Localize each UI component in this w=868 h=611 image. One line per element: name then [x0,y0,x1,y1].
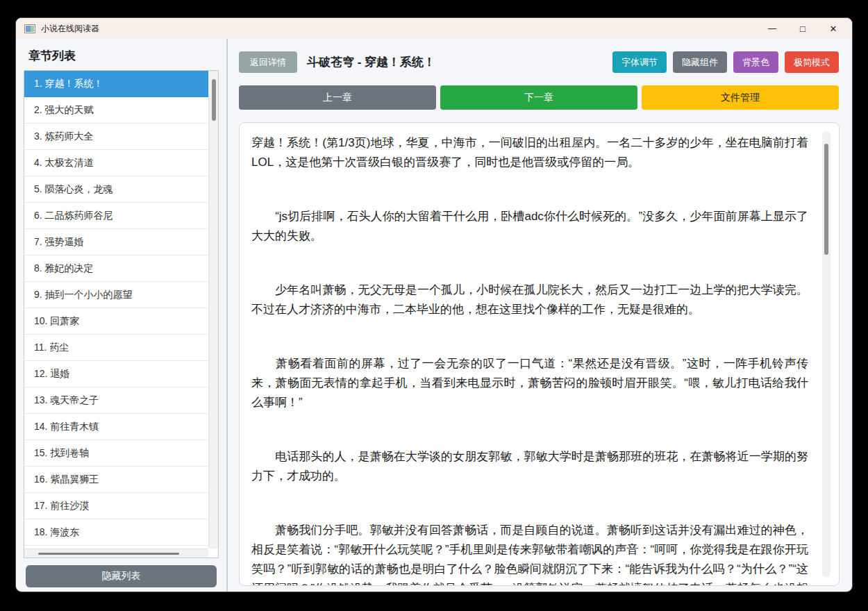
chapter-item[interactable]: 1. 穿越！系统！ [24,71,208,97]
reader-text: 穿越！系统！(第1/3页)地球，华夏，中海市，一间破旧的出租屋内。一名二十多岁的… [240,123,839,585]
reader-main: 返回详情 斗破苍穹 - 穿越！系统！ 字体调节隐藏组件背景色极简模式 上一章下一… [228,39,852,592]
font-adjust-button[interactable]: 字体调节 [612,51,667,73]
reading-panel: 穿越！系统！(第1/3页)地球，华夏，中海市，一间破旧的出租屋内。一名二十多岁的… [239,122,840,586]
background-color-button[interactable]: 背景色 [733,51,778,73]
chapter-item[interactable]: 4. 太极玄清道 [24,150,208,176]
horizontal-scrollbar-thumb[interactable] [38,553,179,555]
reader-scrollbar-thumb[interactable] [824,144,828,255]
prev-chapter-button[interactable]: 上一章 [239,85,436,110]
novel-paragraph: 穿越！系统！(第1/3页)地球，华夏，中海市，一间破旧的出租屋内。一名二十多岁的… [251,133,808,172]
novel-paragraph: 电话那头的人，是萧畅在大学谈的女朋友郭敏，郭敏大学时是萧畅那班的班花，在萧畅将近… [251,447,808,486]
app-window: 小说在线阅读器 — □ ✕ 章节列表 1. 穿越！系统！2. 强大的天赋3. 炼… [15,17,853,592]
novel-paragraph: 萧畅看着面前的屏幕，过了一会无奈的叹了一口气道：“果然还是没有晋级。”这时，一阵… [251,354,808,412]
book-chapter-title: 斗破苍穹 - 穿越！系统！ [307,54,612,70]
chapter-item[interactable]: 12. 退婚 [24,361,208,387]
chapter-list-title: 章节列表 [28,48,76,64]
chapter-item[interactable]: 8. 雅妃的决定 [24,256,208,282]
minimal-mode-button[interactable]: 极简模式 [785,51,839,73]
chapter-item[interactable]: 17. 前往沙漠 [24,493,208,519]
title-bar[interactable]: 小说在线阅读器 — □ ✕ [16,18,852,39]
chapter-item[interactable]: 16. 紫晶翼狮王 [24,467,208,493]
chapter-item[interactable]: 15. 找到卷轴 [24,440,208,467]
chapter-item[interactable]: 7. 强势逼婚 [24,229,208,256]
reader-scrollbar[interactable] [822,131,831,577]
chapter-item[interactable]: 6. 二品炼药师谷尼 [24,203,208,229]
chapter-item[interactable]: 5. 陨落心炎，龙魂 [24,176,208,203]
chapter-item[interactable]: 10. 回萧家 [24,308,208,335]
chapter-item[interactable]: 9. 抽到一个小小的愿望 [24,282,208,308]
vertical-scrollbar-thumb[interactable] [212,79,216,121]
chapter-list: 1. 穿越！系统！2. 强大的天赋3. 炼药师大全4. 太极玄清道5. 陨落心炎… [24,71,208,549]
back-to-details-button[interactable]: 返回详情 [239,51,297,73]
window-title: 小说在线阅读器 [41,23,762,35]
close-icon[interactable]: ✕ [823,24,844,34]
file-manager-button[interactable]: 文件管理 [642,85,839,110]
chapter-item[interactable]: 18. 海波东 [24,519,208,546]
chapter-item[interactable]: 14. 前往青木镇 [24,414,208,440]
chapter-list-vertical-scrollbar[interactable] [208,71,218,549]
novel-paragraph: 萧畅我们分手吧。郭敏并没有回答萧畅话，而是自顾自的说道。萧畅听到这话并没有漏出难… [251,521,808,585]
chapter-nav-row: 上一章下一章文件管理 [239,85,839,110]
chapter-item[interactable]: 3. 炼药师大全 [24,124,208,150]
next-chapter-button[interactable]: 下一章 [440,85,637,110]
app-icon [24,24,35,33]
minimize-icon[interactable]: — [762,24,783,33]
reader-header: 返回详情 斗破苍穹 - 穿越！系统！ 字体调节隐藏组件背景色极简模式 [239,51,839,73]
hide-components-button[interactable]: 隐藏组件 [673,51,727,73]
chapter-list-horizontal-scrollbar[interactable] [24,549,208,558]
chapter-item[interactable]: 13. 魂天帝之子 [24,387,208,414]
novel-paragraph: “js切后排啊，石头人你的大留着干什么用，卧槽adc你什么时候死的。”没多久，少… [251,207,808,246]
novel-paragraph: 少年名叫萧畅，无父无母是一个孤儿，小时候在孤儿院长大，然后又一边打工一边上学的把… [251,281,808,319]
chapter-item[interactable]: 2. 强大的天赋 [24,97,208,124]
header-buttons: 字体调节隐藏组件背景色极简模式 [612,51,839,73]
chapter-item[interactable]: 11. 药尘 [24,335,208,361]
maximize-icon[interactable]: □ [792,24,813,34]
chapter-listbox: 1. 穿越！系统！2. 强大的天赋3. 炼药师大全4. 太极玄清道5. 陨落心炎… [24,70,219,558]
hide-list-button[interactable]: 隐藏列表 [26,565,217,587]
chapter-sidebar: 章节列表 1. 穿越！系统！2. 强大的天赋3. 炼药师大全4. 太极玄清道5.… [16,39,228,592]
